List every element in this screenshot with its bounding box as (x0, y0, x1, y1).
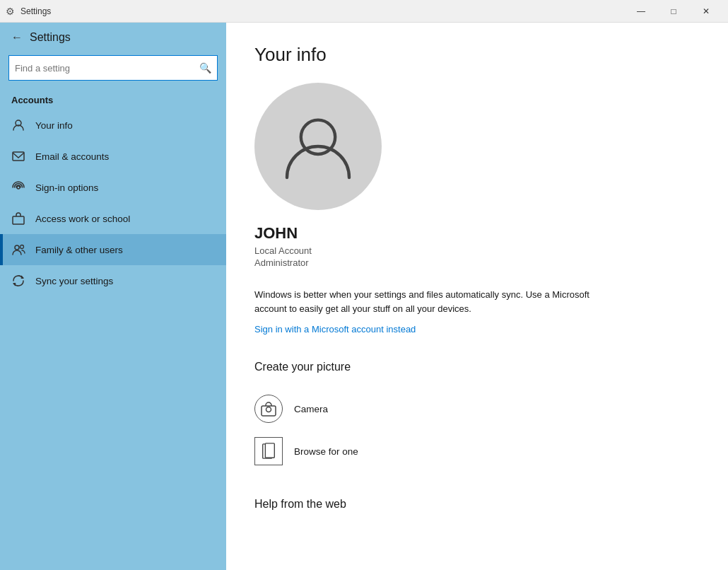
avatar (254, 83, 382, 210)
email-icon (11, 149, 25, 163)
close-button[interactable]: ✕ (690, 0, 722, 23)
sidebar-section-label: Accounts (0, 89, 226, 110)
settings-window-icon: ⚙ (6, 6, 15, 17)
window-controls: — □ ✕ (625, 0, 722, 23)
person-icon (11, 118, 25, 132)
camera-option[interactable]: Camera (254, 388, 700, 430)
sidebar-item-label-your-info: Your info (35, 120, 73, 131)
browse-icon (254, 437, 283, 465)
sidebar: ← Settings 🔍 Accounts Your info (0, 23, 226, 570)
help-section-title: Help from the web (254, 498, 700, 511)
sidebar-item-work-school[interactable]: Access work or school (0, 203, 226, 234)
sidebar-item-sign-in[interactable]: Sign-in options (0, 172, 226, 203)
app-body: ← Settings 🔍 Accounts Your info (0, 23, 728, 570)
svg-point-2 (17, 186, 20, 189)
camera-option-label: Camera (294, 404, 328, 414)
user-role: Administrator (254, 257, 700, 268)
sidebar-item-your-info[interactable]: Your info (0, 110, 226, 141)
sidebar-item-label-email-accounts: Email & accounts (35, 151, 109, 162)
sidebar-nav: Your info Email & accounts (0, 110, 226, 296)
fingerprint-icon (11, 180, 25, 194)
back-arrow-icon: ← (11, 31, 23, 44)
sidebar-item-sync[interactable]: Sync your settings (0, 265, 226, 296)
main-content: Your info JOHN Local Account Administrat… (226, 23, 728, 570)
minimize-button[interactable]: — (625, 0, 657, 23)
sidebar-item-label-sign-in: Sign-in options (35, 182, 98, 193)
title-bar: ⚙ Settings — □ ✕ (0, 0, 728, 23)
sidebar-item-email-accounts[interactable]: Email & accounts (0, 141, 226, 172)
search-button[interactable]: 🔍 (199, 62, 211, 74)
camera-icon (254, 395, 283, 423)
create-picture-title: Create your picture (254, 361, 700, 373)
people-icon (11, 243, 25, 257)
svg-rect-1 (13, 152, 24, 161)
svg-point-7 (266, 407, 271, 412)
sidebar-search-box: 🔍 (8, 55, 218, 81)
svg-point-5 (20, 245, 24, 249)
sidebar-item-label-work-school: Access work or school (35, 214, 130, 224)
window-title: Settings (20, 6, 625, 16)
browse-option-label: Browse for one (294, 446, 358, 457)
sidebar-item-label-sync: Sync your settings (35, 276, 113, 286)
sidebar-back-nav[interactable]: ← Settings (0, 23, 226, 52)
sidebar-item-label-family: Family & other users (35, 245, 123, 255)
page-title: Your info (254, 44, 700, 66)
user-account-type: Local Account (254, 245, 700, 256)
search-input[interactable] (15, 63, 199, 74)
svg-rect-10 (265, 443, 274, 458)
svg-rect-3 (13, 216, 24, 224)
user-name: JOHN (254, 224, 700, 243)
sync-icon (11, 274, 25, 288)
sync-description: Windows is better when your settings and… (254, 288, 594, 315)
browse-option[interactable]: Browse for one (254, 430, 700, 472)
maximize-button[interactable]: □ (657, 0, 690, 23)
sidebar-item-family[interactable]: Family & other users (0, 234, 226, 265)
microsoft-account-link[interactable]: Sign in with a Microsoft account instead (254, 324, 416, 335)
svg-point-4 (15, 245, 19, 250)
sidebar-back-label: Settings (30, 31, 71, 44)
briefcase-icon (11, 211, 25, 226)
